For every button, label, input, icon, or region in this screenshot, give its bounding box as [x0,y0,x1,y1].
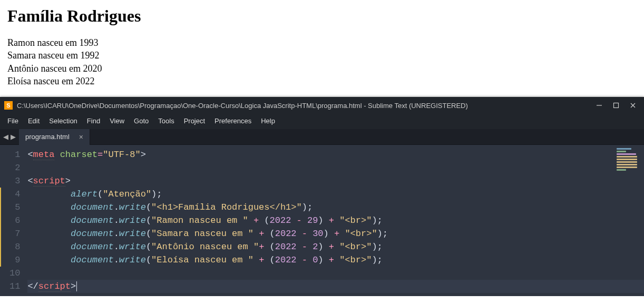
maximize-button[interactable] [612,102,620,109]
code-line [27,161,644,174]
tab-programa-html[interactable]: programa.html × [19,129,90,145]
titlebar[interactable]: S C:\Users\ICARU\OneDrive\Documentos\Pro… [0,97,644,114]
menu-goto[interactable]: Goto [130,116,153,126]
code-area[interactable]: <meta charset="UTF-8"> <script> alert("A… [27,145,644,296]
minimize-button[interactable] [596,102,603,109]
text-cursor [76,281,77,291]
code-line: document.write("Antônio nasceu em "+ (20… [27,240,644,253]
code-line: alert("Atenção"); [27,188,644,201]
code-line: </script> [27,280,644,293]
editor-body[interactable]: 1 2 3 4 5 6 7 8 9 10 11 <meta charset="U… [0,145,644,296]
browser-output: Família Rodrigues Ramon nasceu em 1993 S… [0,0,644,94]
menu-file[interactable]: File [3,116,23,126]
menu-project[interactable]: Project [180,116,209,126]
menu-preferences[interactable]: Preferences [210,116,256,126]
code-line: document.write("Ramon nasceu em " + (202… [27,214,644,227]
nav-back-icon[interactable]: ◀ [2,133,9,141]
minimap[interactable] [617,148,641,180]
code-line [27,267,644,280]
page-heading: Família Rodrigues [7,6,637,26]
menu-selection[interactable]: Selection [45,116,81,126]
menu-tools[interactable]: Tools [154,116,178,126]
menubar: File Edit Selection Find View Goto Tools… [0,114,644,129]
app-icon: S [4,101,13,110]
sublime-text-window: S C:\Users\ICARU\OneDrive\Documentos\Pro… [0,97,644,296]
code-line: <script> [27,174,644,188]
close-tab-icon[interactable]: × [79,133,83,141]
code-line: document.write("Samara nasceu em " + (20… [27,227,644,240]
svg-rect-1 [614,103,619,108]
window-title: C:\Users\ICARU\OneDrive\Documentos\Progr… [17,102,592,110]
output-line: Eloísa nasceu em 2022 [7,75,637,87]
menu-help[interactable]: Help [257,116,279,126]
gutter: 1 2 3 4 5 6 7 8 9 10 11 [0,145,27,296]
menu-edit[interactable]: Edit [24,116,44,126]
menu-find[interactable]: Find [83,116,104,126]
tabbar: ◀ ▶ programa.html × [0,129,644,145]
code-line: document.write("<h1>Família Rodrigues</h… [27,201,644,214]
menu-view[interactable]: View [105,116,129,126]
nav-forward-icon[interactable]: ▶ [9,133,17,141]
output-line: Antônio nasceu em 2020 [7,62,637,75]
code-line: <meta charset="UTF-8"> [27,148,644,161]
code-line: document.write("Eloísa nasceu em " + (20… [27,253,644,267]
tab-label: programa.html [25,133,70,141]
output-line: Samara nasceu em 1992 [7,49,637,62]
output-line: Ramon nasceu em 1993 [7,36,637,49]
close-button[interactable] [629,102,637,109]
